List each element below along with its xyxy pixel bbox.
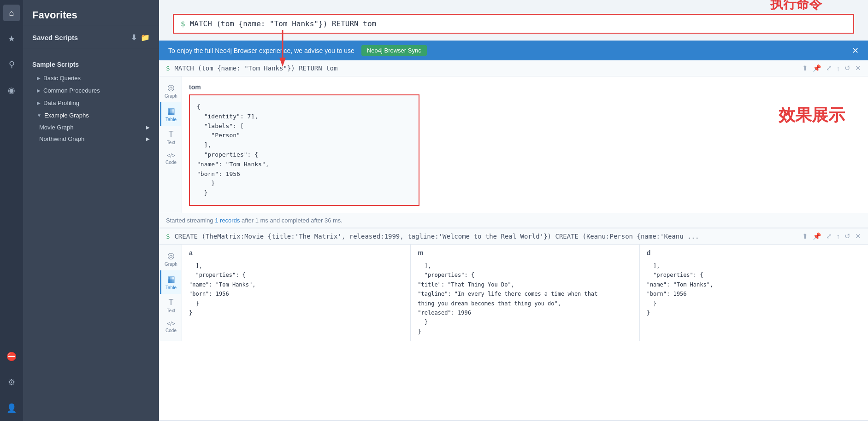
favorites-title: Favorites bbox=[23, 0, 159, 26]
sample-scripts-section: Sample Scripts ▶ Basic Queries ▶ Common … bbox=[23, 54, 159, 147]
sidebar-item-northwind-graph[interactable]: Northwind Graph ▶ bbox=[39, 133, 150, 145]
col-text-m: ], "properties": { "title": "That Thing … bbox=[418, 261, 632, 336]
collapse-icon-2[interactable]: ↑ bbox=[837, 232, 840, 240]
user-icon[interactable]: 👤 bbox=[3, 400, 20, 416]
tab-table-2[interactable]: ▦ Table bbox=[160, 270, 181, 294]
text-tab-icon-2: T bbox=[169, 298, 174, 307]
json-text-1: { "identity": 71, "labels": [ "Person" ]… bbox=[197, 102, 412, 198]
query-text-2: CREATE (TheMatrix:Movie {title:'The Matr… bbox=[174, 233, 797, 240]
sidebar-item-example-graphs[interactable]: ▼ Example Graphs bbox=[32, 109, 150, 122]
tab-graph-2[interactable]: ◎ Graph bbox=[160, 247, 181, 270]
table-col-d: d ], "properties": { "name": "Tom Hanks"… bbox=[640, 245, 868, 341]
icon-bar: ⌂ ★ ⚲ ◉ ⛔ ⚙ 👤 bbox=[0, 0, 23, 421]
settings-icon[interactable]: ⚙ bbox=[3, 374, 20, 391]
chevron-right-icon: ▶ bbox=[146, 136, 150, 141]
sidebar: Favorites Saved Scripts ⬇ 📁 Sample Scrip… bbox=[23, 0, 159, 421]
chevron-right-icon: ▶ bbox=[37, 76, 41, 81]
sidebar-item-data-profiling[interactable]: ▶ Data Profiling bbox=[32, 97, 150, 109]
graph-tab-icon: ◎ bbox=[167, 82, 175, 93]
chevron-right-icon: ▶ bbox=[146, 125, 150, 130]
expand-icon[interactable]: ⤢ bbox=[826, 64, 832, 72]
query-text-1: MATCH (tom {name: "Tom Hanks"}) RETURN t… bbox=[174, 64, 797, 72]
folder-icon[interactable]: 📁 bbox=[141, 33, 150, 42]
sidebar-item-basic-queries[interactable]: ▶ Basic Queries bbox=[32, 72, 150, 84]
table-col-a: a ], "properties": { "name": "Tom Hanks"… bbox=[182, 245, 411, 341]
json-result-1: { "identity": 71, "labels": [ "Person" ]… bbox=[189, 94, 419, 206]
table-tab-icon: ▦ bbox=[167, 106, 175, 116]
col-header-d: d bbox=[647, 249, 861, 257]
chevron-right-icon: ▶ bbox=[37, 100, 41, 105]
dollar-sign: $ bbox=[181, 19, 185, 28]
code-tab-icon-2: </> bbox=[167, 321, 175, 327]
home-icon[interactable]: ⌂ bbox=[3, 5, 20, 21]
table-col-m: m ], "properties": { "title": "That Thin… bbox=[411, 245, 639, 341]
tab-code-1[interactable]: </> Code bbox=[160, 149, 181, 169]
query-header-1: $ MATCH (tom {name: "Tom Hanks"}) RETURN… bbox=[159, 60, 868, 76]
query-panel-1: $ MATCH (tom {name: "Tom Hanks"}) RETURN… bbox=[159, 60, 868, 228]
save-result-icon[interactable]: ⬆ bbox=[802, 64, 808, 72]
svg-marker-1 bbox=[279, 58, 286, 67]
example-graphs-submenu: Movie Graph ▶ Northwind Graph ▶ bbox=[32, 122, 150, 145]
close-banner-icon[interactable]: ✕ bbox=[852, 46, 859, 56]
tab-code-2[interactable]: </> Code bbox=[160, 317, 181, 337]
info-banner: To enjoy the full Neo4j Browser experien… bbox=[159, 41, 868, 60]
col-header-a: a bbox=[189, 249, 403, 257]
col-text-d: ], "properties": { "name": "Tom Hanks", … bbox=[647, 261, 861, 317]
info-banner-text: To enjoy the full Neo4j Browser experien… bbox=[168, 47, 354, 54]
chevron-right-icon: ▶ bbox=[37, 88, 41, 93]
panel-body-1: ◎ Graph ▦ Table T Text </> Code bbox=[159, 76, 868, 213]
side-tabs-2: ◎ Graph ▦ Table T Text </> Code bbox=[159, 245, 182, 341]
text-tab-label: Text bbox=[167, 140, 175, 145]
graph-tab-label-2: Graph bbox=[165, 262, 177, 267]
bug-icon[interactable]: ⛔ bbox=[3, 348, 20, 365]
table-tab-label-2: Table bbox=[165, 285, 177, 290]
command-text[interactable]: MATCH (tom {name: "Tom Hanks"}) RETURN t… bbox=[190, 19, 846, 28]
refresh-icon[interactable]: ↺ bbox=[844, 64, 850, 72]
favorites-icon[interactable]: ★ bbox=[3, 30, 20, 47]
table-tab-icon-2: ▦ bbox=[167, 274, 175, 284]
save-result-icon-2[interactable]: ⬆ bbox=[802, 232, 808, 240]
tab-table-1[interactable]: ▦ Table bbox=[160, 102, 181, 126]
saved-scripts-header: Saved Scripts ⬇ 📁 bbox=[32, 33, 150, 42]
result-content-1: tom { "identity": 71, "labels": [ "Perso… bbox=[182, 76, 868, 213]
saved-scripts-section: Saved Scripts ⬇ 📁 bbox=[23, 26, 159, 44]
tab-graph-1[interactable]: ◎ Graph bbox=[160, 79, 181, 102]
result-area-1: tom { "identity": 71, "labels": [ "Perso… bbox=[182, 76, 868, 213]
query-header-2: $ CREATE (TheMatrix:Movie {title:'The Ma… bbox=[159, 228, 868, 245]
refresh-icon-2[interactable]: ↺ bbox=[844, 232, 850, 240]
pin-icon-2[interactable]: 📌 bbox=[813, 232, 821, 240]
sidebar-item-common-procedures[interactable]: ▶ Common Procedures bbox=[32, 84, 150, 97]
code-tab-label-2: Code bbox=[165, 328, 177, 333]
text-tab-icon: T bbox=[169, 129, 174, 139]
collapse-icon[interactable]: ↑ bbox=[837, 64, 840, 72]
col-text-a: ], "properties": { "name": "Tom Hanks", … bbox=[189, 261, 403, 317]
col-header-tom: tom bbox=[189, 83, 861, 91]
table-columns: a ], "properties": { "name": "Tom Hanks"… bbox=[182, 245, 868, 341]
code-tab-label: Code bbox=[165, 160, 177, 165]
tab-text-1[interactable]: T Text bbox=[160, 126, 181, 149]
close-panel-icon[interactable]: ✕ bbox=[855, 64, 861, 72]
query-panel-2: $ CREATE (TheMatrix:Movie {title:'The Ma… bbox=[159, 228, 868, 421]
close-panel-icon-2[interactable]: ✕ bbox=[855, 232, 861, 240]
expand-icon-2[interactable]: ⤢ bbox=[826, 232, 832, 240]
neo4j-sync-button[interactable]: Neo4j Browser Sync bbox=[361, 45, 427, 56]
pin-icon[interactable]: 📌 bbox=[813, 64, 821, 72]
col-content-a: ], "properties": { "name": "Tom Hanks", … bbox=[189, 261, 403, 317]
sidebar-item-movie-graph[interactable]: Movie Graph ▶ bbox=[39, 122, 150, 133]
code-tab-icon: </> bbox=[167, 152, 175, 159]
col-content-d: ], "properties": { "name": "Tom Hanks", … bbox=[647, 261, 861, 317]
search-icon[interactable]: ⚲ bbox=[3, 56, 20, 73]
xiaoguo-annotation: 效果展示 bbox=[779, 104, 845, 127]
zhixing-annotation: 执行命令 bbox=[770, 0, 822, 13]
result-panels: $ MATCH (tom {name: "Tom Hanks"}) RETURN… bbox=[159, 60, 868, 421]
graph-tab-label: Graph bbox=[165, 94, 177, 99]
records-link[interactable]: 1 records bbox=[215, 217, 240, 224]
main-content: 执行命令 $ MATCH (tom {name: "Tom Hanks"}) R… bbox=[159, 0, 868, 421]
database-icon[interactable]: ◉ bbox=[3, 82, 20, 99]
status-line-1: Started streaming 1 records after 1 ms a… bbox=[159, 213, 868, 228]
tab-text-2[interactable]: T Text bbox=[160, 294, 181, 317]
dollar-sign-1: $ bbox=[166, 64, 170, 72]
side-tabs-1: ◎ Graph ▦ Table T Text </> Code bbox=[159, 76, 182, 213]
panel-body-2: ◎ Graph ▦ Table T Text </> Code bbox=[159, 245, 868, 341]
download-icon[interactable]: ⬇ bbox=[131, 33, 137, 42]
